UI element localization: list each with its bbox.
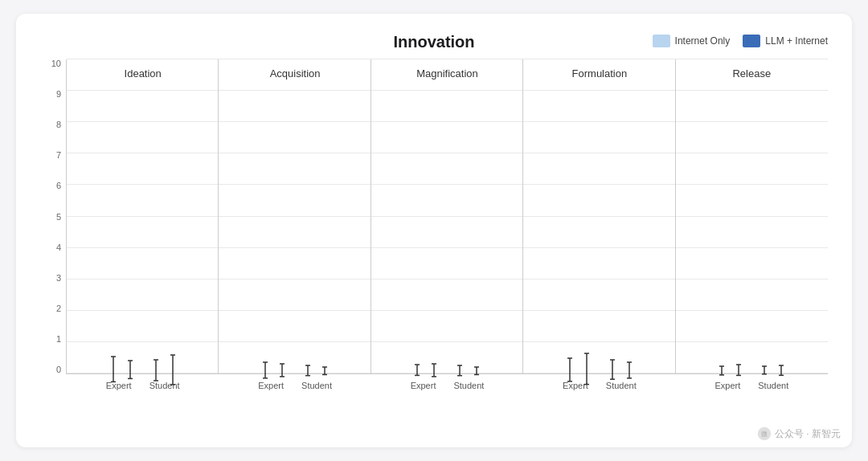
error-bar-svg: [152, 359, 160, 382]
y-axis: 0 1 2 3 4 5 6 7 8 9 10: [40, 59, 66, 397]
error-bar-svg: [566, 357, 574, 383]
x-group-row-3: ExpertStudent: [523, 377, 675, 390]
error-bar-svg: [777, 365, 785, 377]
error-bar: [456, 359, 464, 372]
error-bar-svg: [760, 365, 768, 376]
error-bar: [583, 338, 591, 372]
section-label-4: Release: [676, 64, 828, 80]
section-label-2: Magnification: [371, 64, 523, 80]
error-bar: [413, 359, 421, 372]
chart-container: Innovation Internet Only LLM + Internet …: [16, 14, 852, 447]
section-label-3: Formulation: [523, 64, 675, 80]
group-label-1-1: Student: [301, 381, 332, 390]
plot-area: IdeationAcquisitionMagnificationFormulat…: [66, 59, 828, 397]
section-bars-0: [67, 59, 219, 373]
x-section-4: ExpertStudent: [676, 374, 828, 397]
error-bar: [735, 359, 743, 372]
group-label-2-0: Expert: [411, 381, 436, 390]
legend: Internet Only LLM + Internet: [653, 35, 828, 47]
legend-label-internet: Internet Only: [675, 35, 731, 47]
error-bar: [777, 360, 785, 372]
grid-and-bars: IdeationAcquisitionMagnificationFormulat…: [66, 59, 828, 374]
error-bar-svg: [608, 359, 616, 381]
error-bar-svg: [583, 353, 591, 386]
section-label-1: Acquisition: [219, 64, 371, 80]
x-section-0: ExpertStudent: [67, 374, 219, 397]
section-bars-1: [219, 59, 371, 373]
section-bars-3: [523, 59, 675, 373]
error-bar: [430, 357, 438, 372]
error-bar: [261, 353, 269, 372]
svg-text:微: 微: [761, 430, 768, 438]
x-group-row-1: ExpertStudent: [219, 377, 371, 390]
error-bar: [760, 361, 768, 372]
error-bar-svg: [430, 363, 438, 378]
y-tick-6: 6: [40, 182, 66, 190]
x-section-2: ExpertStudent: [371, 374, 523, 397]
x-section-3: ExpertStudent: [523, 374, 675, 397]
error-bar-svg: [126, 360, 134, 380]
x-section-1: ExpertStudent: [219, 374, 371, 397]
error-bar-svg: [169, 354, 177, 386]
y-tick-4: 4: [40, 243, 66, 252]
legend-item-internet: Internet Only: [653, 35, 731, 47]
error-bar: [126, 352, 134, 372]
y-tick-8: 8: [40, 120, 66, 129]
group-label-4-1: Student: [758, 381, 788, 390]
y-tick-2: 2: [40, 304, 66, 313]
error-bar: [152, 349, 160, 372]
error-bar-svg: [718, 365, 726, 377]
y-tick-3: 3: [40, 274, 66, 283]
chart-body: 0 1 2 3 4 5 6 7 8 9 10 IdeationAcquisiti…: [40, 59, 828, 397]
error-bar: [321, 362, 329, 372]
x-group-row-0: ExpertStudent: [67, 377, 219, 390]
x-group-row-4: ExpertStudent: [676, 377, 828, 390]
error-bar-svg: [109, 356, 117, 383]
legend-swatch-llm: [743, 35, 760, 47]
error-bar: [566, 346, 574, 372]
error-bar-svg: [321, 366, 329, 376]
error-bar: [473, 362, 481, 372]
error-bar-svg: [261, 361, 269, 380]
error-bar-svg: [456, 365, 464, 377]
section-label-0: Ideation: [67, 64, 219, 80]
y-tick-7: 7: [40, 151, 66, 160]
error-bar-svg: [735, 364, 743, 377]
y-tick-5: 5: [40, 213, 66, 222]
error-bar: [169, 340, 177, 372]
watermark: 微 公众号 · 新智元: [757, 426, 841, 441]
legend-item-llm: LLM + Internet: [743, 35, 828, 47]
error-bar: [625, 353, 633, 372]
error-bar-svg: [413, 364, 421, 377]
legend-swatch-internet: [653, 35, 670, 47]
error-bar: [278, 357, 286, 372]
chart-header: Innovation Internet Only LLM + Internet: [40, 33, 828, 51]
error-bar-svg: [304, 365, 312, 377]
group-label-4-0: Expert: [714, 381, 740, 390]
x-group-row-2: ExpertStudent: [371, 377, 523, 390]
error-bar-svg: [473, 366, 481, 376]
watermark-text: 公众号 · 新智元: [775, 427, 841, 441]
section-bars-4: [676, 59, 828, 373]
error-bar: [304, 359, 312, 372]
chart-title: Innovation: [393, 33, 474, 51]
y-tick-10: 10: [40, 59, 66, 68]
group-label-2-1: Student: [453, 381, 484, 390]
group-label-1-0: Expert: [258, 381, 284, 390]
y-tick-0: 0: [40, 365, 66, 374]
wechat-icon: 微: [757, 426, 772, 441]
error-bar: [718, 361, 726, 372]
x-axis-labels: ExpertStudentExpertStudentExpertStudentE…: [66, 374, 828, 397]
group-label-3-1: Student: [606, 381, 637, 390]
error-bar-svg: [625, 361, 633, 380]
error-bar: [608, 350, 616, 372]
y-tick-1: 1: [40, 335, 66, 344]
y-tick-9: 9: [40, 90, 66, 99]
error-bar: [109, 345, 117, 372]
section-bars-2: [371, 59, 523, 373]
error-bar-svg: [278, 363, 286, 378]
legend-label-llm: LLM + Internet: [765, 35, 828, 47]
